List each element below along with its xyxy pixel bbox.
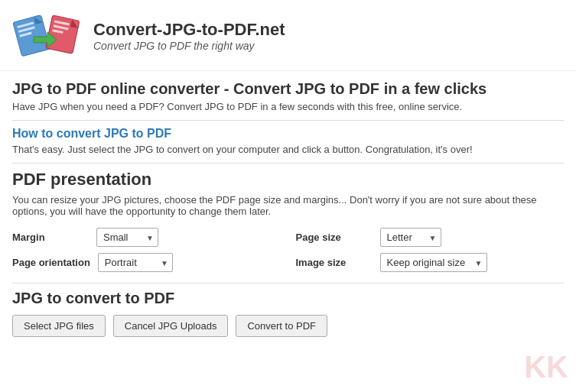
convert-to-pdf-button[interactable]: Convert to PDF bbox=[236, 315, 327, 337]
button-row: Select JPG files Cancel JPG Uploads Conv… bbox=[12, 315, 564, 337]
divider-1 bbox=[12, 120, 564, 121]
page-size-select[interactable]: Letter A4 A3 Legal Tabloid bbox=[380, 228, 441, 247]
page-size-label: Page size bbox=[296, 232, 373, 243]
select-jpg-button[interactable]: Select JPG files bbox=[12, 315, 106, 337]
orientation-label: Page orientation bbox=[12, 257, 90, 268]
divider-3 bbox=[12, 283, 564, 283]
image-size-select-wrapper: Keep original size Fit page Stretch to f… bbox=[380, 253, 487, 272]
image-size-label: Image size bbox=[296, 257, 373, 268]
cancel-uploads-button[interactable]: Cancel JPG Uploads bbox=[113, 315, 229, 337]
pdf-description: You can resize your JPG pictures, choose… bbox=[12, 194, 564, 217]
margin-select[interactable]: Small None Medium Large bbox=[96, 228, 158, 247]
margin-label: Margin bbox=[12, 232, 89, 243]
options-grid: Margin Small None Medium Large ▼ Page si… bbox=[12, 228, 564, 272]
orientation-select[interactable]: Portrait Landscape bbox=[98, 253, 173, 272]
orientation-option: Page orientation Portrait Landscape ▼ bbox=[12, 253, 281, 272]
logo bbox=[12, 9, 81, 63]
site-title: Convert-JPG-to-PDF.net bbox=[93, 20, 285, 40]
convert-section: JPG to convert to PDF Select JPG files C… bbox=[12, 290, 564, 337]
margin-option: Margin Small None Medium Large ▼ bbox=[12, 228, 281, 247]
main-heading: JPG to PDF online converter - Convert JP… bbox=[12, 80, 564, 98]
header: Convert-JPG-to-PDF.net Convert JPG to PD… bbox=[0, 0, 576, 71]
svg-rect-0 bbox=[13, 15, 50, 57]
orientation-select-wrapper: Portrait Landscape ▼ bbox=[98, 253, 173, 272]
convert-title: JPG to convert to PDF bbox=[12, 290, 564, 307]
image-size-option: Image size Keep original size Fit page S… bbox=[296, 253, 565, 272]
main-subtitle: Have JPG when you need a PDF? Convert JP… bbox=[12, 101, 564, 112]
divider-2 bbox=[12, 163, 564, 164]
page-size-select-wrapper: Letter A4 A3 Legal Tabloid ▼ bbox=[380, 228, 441, 247]
page-size-option: Page size Letter A4 A3 Legal Tabloid ▼ bbox=[296, 228, 565, 247]
margin-select-wrapper: Small None Medium Large ▼ bbox=[96, 228, 158, 247]
how-to-text: That's easy. Just select the JPG to conv… bbox=[12, 144, 564, 155]
pdf-section-title: PDF presentation bbox=[12, 170, 564, 190]
watermark: KK bbox=[524, 350, 568, 384]
how-to-title: How to convert JPG to PDF bbox=[12, 127, 564, 141]
image-size-select[interactable]: Keep original size Fit page Stretch to f… bbox=[380, 253, 487, 272]
main-content: JPG to PDF online converter - Convert JP… bbox=[0, 71, 576, 346]
header-text: Convert-JPG-to-PDF.net Convert JPG to PD… bbox=[93, 20, 285, 52]
site-tagline: Convert JPG to PDF the right way bbox=[93, 40, 285, 52]
